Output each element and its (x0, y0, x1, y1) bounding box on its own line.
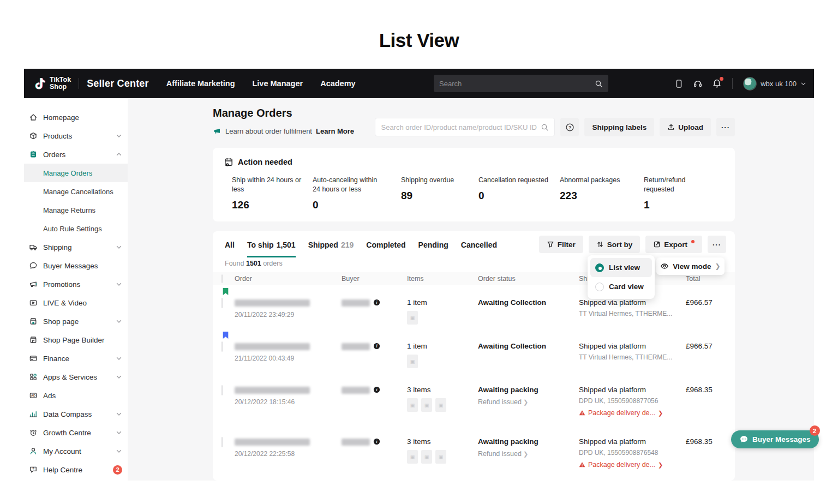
row-checkbox[interactable] (222, 385, 223, 395)
sidebar-item-growth-centre[interactable]: Growth Centre (24, 423, 128, 442)
row-checkbox[interactable] (222, 298, 223, 308)
buyer-messages-fab[interactable]: Buyer Messages 2 (731, 430, 819, 448)
info-icon[interactable]: i (373, 299, 380, 306)
tab-completed[interactable]: Completed (366, 241, 405, 257)
unread-badge: 2 (810, 425, 820, 436)
support-headset-icon[interactable] (693, 79, 703, 88)
order-cell: 20/11/2022 23:49:29 (235, 298, 342, 319)
chevron-down-icon (116, 281, 122, 287)
mobile-app-icon[interactable] (674, 79, 684, 88)
table-row: 21/11/2022 00:43:49 i 1 item ▣ Awaiting … (213, 329, 735, 373)
filter-button[interactable]: Filter (539, 236, 583, 253)
row-checkbox[interactable] (222, 437, 223, 447)
seller-center-title[interactable]: Seller Center (87, 78, 149, 89)
select-all-checkbox[interactable] (222, 274, 223, 283)
sidebar-item-buyer-messages[interactable]: Buyer Messages (24, 256, 128, 275)
shipping-labels-button[interactable]: Shipping labels (584, 118, 654, 136)
sidebar-item-my-account[interactable]: My Account (24, 442, 128, 460)
sidebar-item-apps-services[interactable]: Apps & Services (24, 368, 128, 386)
sidebar-item-promotions[interactable]: Promotions (24, 275, 128, 293)
info-icon[interactable]: i (373, 386, 380, 393)
sidebar-item-live-video[interactable]: LIVE & Video (24, 293, 128, 312)
refund-issued-link[interactable]: Refund issued❯ (478, 398, 579, 406)
buyer-cell: i (342, 298, 407, 307)
tab-cancelled[interactable]: Cancelled (461, 241, 497, 257)
account-icon (29, 447, 38, 455)
order-search-input[interactable] (381, 123, 541, 131)
sidebar-item-orders[interactable]: Orders (24, 145, 128, 164)
col-buyer: Buyer (342, 275, 407, 283)
tab-all[interactable]: All (225, 241, 235, 257)
buyer-name-redacted (342, 439, 370, 446)
shipping-method: Shipped via platform (579, 298, 686, 307)
item-thumbnail: ▣ (421, 450, 432, 464)
nav-academy[interactable]: Academy (320, 79, 355, 88)
products-icon (29, 131, 38, 140)
sort-button[interactable]: Sort by (589, 236, 641, 253)
refund-issued-link[interactable]: Refund issued❯ (478, 450, 579, 458)
export-button[interactable]: Export (645, 236, 702, 253)
sidebar-item-shipping[interactable]: Shipping (24, 238, 128, 256)
upload-button[interactable]: Upload (660, 118, 711, 136)
more-button[interactable]: ··· (708, 236, 726, 253)
chevron-right-icon: ❯ (658, 410, 663, 417)
bookmark-blue-icon[interactable] (222, 331, 229, 341)
shipping-icon (29, 243, 38, 251)
learn-more-link[interactable]: Learn More (316, 127, 354, 135)
sidebar-item-shop-page[interactable]: Shop page (24, 312, 128, 331)
sidebar-item-products[interactable]: Products (24, 127, 128, 145)
chevron-down-icon (116, 411, 122, 417)
account-menu[interactable]: wbx uk 100 (743, 77, 806, 91)
package-delivery-warning[interactable]: Package delivery de...❯ (579, 409, 686, 417)
info-icon[interactable]: i (373, 343, 380, 350)
sidebar-item-help-centre[interactable]: ?Help Centre2 (24, 460, 128, 479)
nav-affiliate-marketing[interactable]: Affiliate Marketing (166, 79, 235, 88)
chevron-right-icon: ❯ (658, 461, 663, 469)
view-option-list-view[interactable]: List view (590, 258, 652, 277)
sidebar-item-finance[interactable]: Finance (24, 349, 128, 368)
items-cell: 1 item ▣ (407, 298, 478, 325)
sidebar-item-data-compass[interactable]: Data Compass (24, 405, 128, 423)
finance-icon (29, 354, 38, 363)
buyer-cell: i (342, 342, 407, 350)
sidebar-item-shop-page-builder[interactable]: Shop Page Builder (24, 331, 128, 349)
stat-cancellation-requested: Cancellation requested 0 (478, 176, 560, 211)
row-checkbox[interactable] (222, 341, 223, 352)
bookmark-green-icon[interactable] (222, 287, 229, 298)
help-button[interactable]: ? (560, 118, 579, 136)
chevron-down-icon (116, 429, 122, 436)
shop-icon (29, 317, 38, 326)
filter-icon (547, 241, 554, 248)
nav-live-manager[interactable]: Live Manager (252, 79, 303, 88)
main-area: Manage Orders Learn about order fulfilme… (128, 98, 814, 481)
sidebar: HomepageProductsOrdersManage OrdersManag… (24, 98, 128, 481)
tab-to-ship[interactable]: To ship1,501 (247, 241, 296, 257)
buyer-name-redacted (342, 343, 370, 350)
buyer-cell: i (342, 386, 407, 394)
topbar-actions: wbx uk 100 (674, 69, 806, 98)
item-thumbnail: ▣ (435, 398, 446, 412)
global-search-input[interactable] (439, 80, 595, 88)
shipping-cell: Shipped via platform TT Virtual Hermes, … (579, 342, 686, 361)
col-order-status: Order status (478, 275, 579, 283)
sidebar-item-ads[interactable]: ADAds (24, 386, 128, 405)
apps-icon (29, 373, 38, 381)
tiktok-shop-logo[interactable]: TikTok Shop (33, 76, 71, 91)
order-status: Awaiting packing (478, 386, 579, 394)
sidebar-item-manage-returns[interactable]: Manage Returns (24, 201, 128, 219)
tab-shipped[interactable]: Shipped219 (308, 241, 354, 257)
more-button[interactable]: ··· (716, 118, 735, 136)
info-icon[interactable]: i (373, 438, 380, 445)
divider (79, 78, 79, 89)
sidebar-item-manage-orders[interactable]: Manage Orders (24, 164, 128, 182)
sidebar-item-auto-rule-settings[interactable]: Auto Rule Settings (24, 219, 128, 238)
notifications-bell-icon[interactable] (712, 79, 722, 88)
tab-pending[interactable]: Pending (418, 241, 448, 257)
upload-icon (667, 123, 675, 131)
ellipsis-icon: ··· (713, 241, 721, 249)
view-mode-button[interactable]: View mode ❯ (656, 257, 725, 275)
sidebar-item-homepage[interactable]: Homepage (24, 108, 128, 127)
sidebar-item-manage-cancellations[interactable]: Manage Cancellations (24, 182, 128, 201)
package-delivery-warning[interactable]: Package delivery de...❯ (579, 461, 686, 469)
view-option-card-view[interactable]: Card view (590, 277, 652, 296)
